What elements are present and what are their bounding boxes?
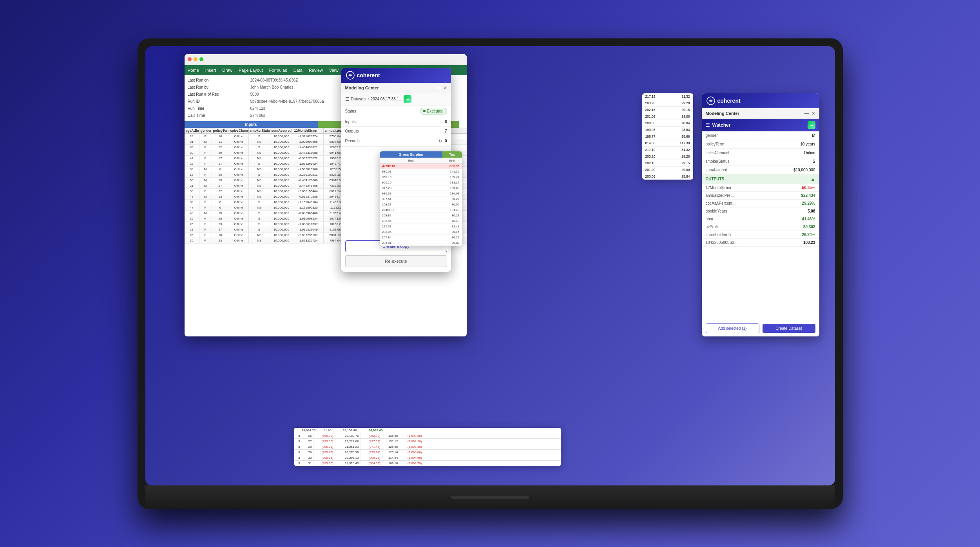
num-row: 814.06117.39 xyxy=(642,140,693,147)
col-policy-term: policyTerm xyxy=(212,128,229,133)
surplus-row: 207.8430.22 xyxy=(380,235,462,240)
bottom-data-table: 14,991.25 51.80 24,152.48 14,939.45 3 26… xyxy=(294,428,561,466)
menu-draw[interactable]: Draw xyxy=(222,68,232,73)
surplus-row: 208.3730.05 xyxy=(380,202,462,207)
watcher-row-smoker-status: smokerStatus S xyxy=(702,157,819,166)
inputs-label: Inputs xyxy=(345,120,356,124)
panel-1-title: Modeling Center xyxy=(345,85,379,90)
panel-2-title: Modeling Center xyxy=(706,111,739,116)
cloud-sync-icon[interactable]: ☁ xyxy=(404,95,411,103)
watcher-row-sum-assured: sumAssured $10,000,000 xyxy=(702,166,819,174)
num-row: 203.2029.20 xyxy=(642,153,693,160)
logo-text: coherent xyxy=(357,72,380,78)
outputs-section-header: OUTPUTS ▲ xyxy=(702,174,819,184)
output-coc: cocAsAPercent... 29.29% xyxy=(702,200,819,207)
menu-page-layout[interactable]: Page Layout xyxy=(239,68,263,73)
watcher-content: gender M policyTerm 10 years salesChanne… xyxy=(702,131,819,247)
panel-2-titlebar: Modeling Center — ✕ xyxy=(702,108,819,119)
panel-1-titlebar: Modeling Center — ✕ xyxy=(341,83,451,93)
screen-background: Home Insert Draw Page Layout Formulas Da… xyxy=(145,46,835,485)
watcher-row-gender: gender M xyxy=(702,131,819,140)
tax-header: Tax xyxy=(442,151,462,158)
num-row: 202.1529.15 xyxy=(642,107,693,113)
numbers-list: 217.1931.32 203.2029.20 202.1529.15 201.… xyxy=(642,93,693,180)
minimize-panel-2-icon[interactable]: — xyxy=(804,111,809,116)
tax-end: End xyxy=(442,158,462,163)
menu-insert[interactable]: Insert xyxy=(205,68,216,73)
inputs-count: 6 xyxy=(445,120,447,124)
laptop-base-notch xyxy=(451,496,529,499)
output-nbm: nbm 41.46% xyxy=(702,215,819,223)
hamburger-icon-2[interactable]: ☰ xyxy=(706,122,710,128)
menu-formulas[interactable]: Formulas xyxy=(269,68,287,73)
panel-2-footer: Add selected (1) Create Dataset xyxy=(702,320,819,336)
bottom-row-1: 3 26 (596.09) 23,189.76 (962.72) 136.56 … xyxy=(294,433,561,439)
surplus-row: 488.4570.43 xyxy=(380,218,462,224)
status-value: Executed xyxy=(427,109,444,113)
col-12month: 12MonthStrain xyxy=(293,128,324,133)
records-refresh-icon[interactable]: ↻ xyxy=(438,138,442,144)
num-row: 200.0328.84 xyxy=(642,120,693,127)
output-shareholder: shareholderrIrr 26.24% xyxy=(702,231,819,239)
breadcrumb-datasets[interactable]: Datasets xyxy=(351,97,366,101)
surplus-row: 936.38136.03 xyxy=(380,191,462,196)
surplus-row: 980.01141.32 xyxy=(380,169,462,174)
hamburger-icon[interactable]: ☰ xyxy=(345,96,350,102)
num-row: 199.0328.83 xyxy=(642,127,693,133)
coherent-logo-icon-2 xyxy=(706,96,715,105)
coherent-logo-2: coherent xyxy=(706,96,741,105)
minimize-panel-icon[interactable]: — xyxy=(436,85,441,91)
minimize-button[interactable] xyxy=(194,57,197,61)
col-smoker-status: smokerStatus xyxy=(249,128,270,133)
col-sum-assured: sumAssured xyxy=(270,128,293,133)
laptop-base xyxy=(145,485,835,509)
maximize-button[interactable] xyxy=(199,57,203,61)
close-panel-2-icon[interactable]: ✕ xyxy=(812,111,815,116)
bottom-row-6: 3 31 (395.90) 18,310.43 (504.69) 109.10 … xyxy=(294,461,561,466)
bottom-row-0: 14,991.25 51.80 24,152.48 14,939.45 xyxy=(294,428,561,433)
menu-view[interactable]: View xyxy=(329,68,339,73)
close-button[interactable] xyxy=(188,57,192,61)
add-selected-button[interactable]: Add selected (1) xyxy=(706,323,759,333)
modeling-panel-2: coherent Modeling Center — ✕ ☰ Watcher xyxy=(702,93,819,336)
cloud-icon-2[interactable]: ☁ xyxy=(808,121,815,129)
breadcrumb-current: 2024.08.17.38.1... xyxy=(371,97,402,101)
col-sales-channel: salesChannel xyxy=(229,128,249,133)
surplus-row: 947.28135.60 xyxy=(380,185,462,191)
records-count: 0 xyxy=(445,139,447,143)
surplus-row: 2,083.31101.48 xyxy=(380,207,462,213)
create-dataset-button[interactable]: Create Dataset xyxy=(763,324,815,333)
surplus-tax-subheader: End End xyxy=(380,158,462,164)
re-execute-button[interactable]: Re-execute xyxy=(345,255,447,267)
num-row: 200.0328.84 xyxy=(642,173,693,180)
close-panel-icon[interactable]: ✕ xyxy=(443,85,447,91)
outputs-section-label: OUTPUTS xyxy=(706,177,725,181)
num-row: 198.7728.66 xyxy=(642,133,693,140)
outputs-collapse-icon[interactable]: ▲ xyxy=(811,176,815,182)
menu-review[interactable]: Review xyxy=(309,68,323,73)
status-badge: Executed xyxy=(420,108,447,114)
output-extra: 10432305808S3... 103.23 xyxy=(702,239,819,247)
laptop-frame: Home Insert Draw Page Layout Formulas Da… xyxy=(138,38,843,509)
bottom-row-2: 3 27 (395.05) 22,222.68 (927.58) 131.12 … xyxy=(294,439,561,444)
inputs-header: Inputs xyxy=(185,121,318,128)
col-age: ageAtEntry xyxy=(185,128,199,133)
bottom-row-5: 3 30 (395.94) 19,295.13 (900.26) 114.64 … xyxy=(294,455,561,461)
surplus-row: 950.15138.17 xyxy=(380,180,462,185)
watcher-bar-left: ☰ Watcher xyxy=(706,122,731,128)
num-row: 217.1931.32 xyxy=(642,147,693,153)
menu-data[interactable]: Data xyxy=(293,68,303,73)
menu-home[interactable]: Home xyxy=(188,68,199,73)
panel-2-controls: — ✕ xyxy=(804,111,815,116)
breadcrumb-bar: ☰ Datasets / 2024.08.17.38.1... ☁ xyxy=(341,93,451,105)
surplus-tax-header: Gross Surplus Tax xyxy=(380,151,462,158)
col-gender: gender xyxy=(199,128,212,133)
outputs-count: 7 xyxy=(445,129,447,133)
surplus-row: 960.10139.74 xyxy=(380,174,462,180)
watcher-title: Watcher xyxy=(712,122,731,128)
coherent-logo: coherent xyxy=(346,71,380,80)
watcher-row-sales-channel: salesChannel Online xyxy=(702,149,819,157)
watcher-row-policy-term: policyTerm 10 years xyxy=(702,140,819,149)
num-row: 203.2029.20 xyxy=(642,100,693,107)
watcher-bar: ☰ Watcher ☁ xyxy=(702,119,819,131)
